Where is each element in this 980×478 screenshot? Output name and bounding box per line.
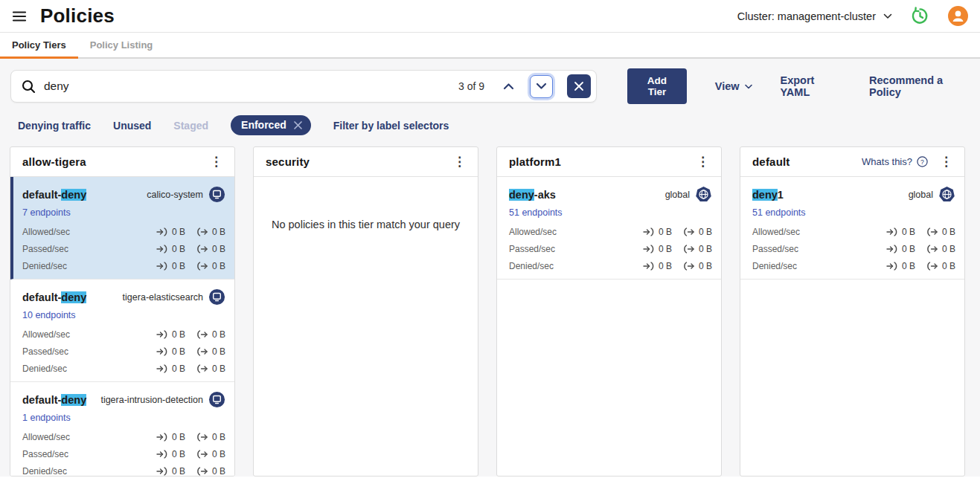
tab-label: Policy Tiers [12, 39, 66, 51]
ingress-stat: 0 B [156, 227, 185, 237]
egress-stat: 0 B [196, 466, 225, 477]
ingress-stat: 0 B [156, 364, 185, 374]
filter-by-label-selectors[interactable]: Filter by label selectors [333, 120, 449, 132]
stat-value: 0 B [172, 432, 185, 442]
tier-name: platform1 [509, 155, 561, 168]
egress-icon [683, 227, 695, 236]
toolbar: 3 of 9 Add Tier [0, 68, 980, 104]
policy-name: deny1 [752, 189, 784, 201]
tier-name: default [752, 155, 790, 168]
empty-tier-message: No policies in this tier match your quer… [254, 219, 478, 230]
tier-header: platform1 ⋮ [497, 147, 721, 177]
filter-bar: Denying traffic Unused Staged Enforced F… [0, 104, 980, 146]
search-match-highlight: deny [61, 291, 86, 303]
filter-unused[interactable]: Unused [113, 120, 151, 132]
ingress-stat: 0 B [156, 261, 185, 271]
ingress-stat: 0 B [886, 244, 915, 254]
tab-policy-tiers[interactable]: Policy Tiers [0, 33, 78, 57]
namespace-icon [208, 288, 225, 306]
egress-icon [926, 262, 938, 271]
ingress-icon [886, 245, 898, 253]
stat-value: 0 B [172, 364, 185, 374]
endpoints-link[interactable]: 10 endpoints [22, 310, 76, 320]
view-dropdown[interactable]: View [715, 80, 752, 92]
tier-board: allow-tigera ⋮ default-deny calico-syste… [0, 146, 980, 477]
endpoints-link[interactable]: 51 endpoints [509, 207, 563, 218]
kebab-menu-icon[interactable]: ⋮ [449, 155, 470, 168]
ingress-icon [156, 450, 168, 459]
search-input[interactable] [44, 80, 451, 93]
tier-default: default Whats this? ? ⋮ deny1 global [740, 146, 965, 477]
stat-row: Allowed/sec 0 B 0 B [22, 428, 225, 445]
stat-label: Passed/sec [22, 449, 68, 459]
stat-value: 0 B [212, 449, 225, 459]
ingress-icon [156, 364, 168, 373]
search-match-highlight: deny [752, 189, 778, 201]
search-match-highlight: deny [509, 189, 534, 201]
egress-icon [926, 245, 938, 253]
filter-denying-traffic[interactable]: Denying traffic [18, 120, 91, 132]
recommend-policy-button[interactable]: Recommend a Policy [869, 74, 968, 98]
filter-enforced-pill[interactable]: Enforced [231, 115, 311, 135]
ingress-icon [156, 330, 168, 339]
endpoints-link[interactable]: 7 endpoints [22, 207, 71, 218]
ingress-stat: 0 B [156, 346, 185, 357]
filter-staged[interactable]: Staged [173, 120, 208, 132]
history-icon[interactable] [910, 6, 930, 26]
stat-row: Denied/sec 0 B 0 B [22, 257, 225, 274]
ingress-icon [643, 245, 655, 253]
kebab-menu-icon[interactable]: ⋮ [205, 155, 227, 168]
stat-row: Allowed/sec 0 B 0 B [22, 326, 225, 343]
egress-icon [683, 245, 695, 253]
ingress-icon [886, 227, 898, 236]
stat-label: Denied/sec [752, 261, 797, 271]
namespace-icon [208, 391, 225, 408]
stat-row: Allowed/sec 0 B 0 B [752, 223, 955, 240]
ingress-stat: 0 B [156, 244, 185, 254]
global-icon [695, 186, 712, 203]
ingress-icon [156, 467, 168, 476]
search-prev-button[interactable] [498, 76, 519, 97]
chevron-up-icon [503, 83, 514, 90]
kebab-menu-icon[interactable]: ⋮ [935, 155, 957, 168]
stat-label: Denied/sec [22, 466, 67, 477]
ingress-stat: 0 B [643, 244, 672, 254]
stat-value: 0 B [212, 261, 225, 271]
stat-label: Passed/sec [509, 244, 555, 254]
ingress-icon [156, 433, 168, 442]
policy-card[interactable]: deny1 global 51 endpoints Allowed/sec 0 … [740, 177, 964, 280]
policy-card[interactable]: default-deny calico-system 7 endpoints A… [10, 177, 234, 280]
kebab-menu-icon[interactable]: ⋮ [692, 155, 714, 168]
stat-row: Allowed/sec 0 B 0 B [509, 223, 712, 240]
search-next-button[interactable] [530, 75, 553, 98]
endpoints-link[interactable]: 1 endpoints [22, 413, 71, 423]
egress-stat: 0 B [196, 449, 225, 459]
tab-policy-listing[interactable]: Policy Listing [78, 33, 165, 57]
egress-stat: 0 B [926, 261, 955, 271]
cluster-selector[interactable]: Cluster: management-cluster [737, 10, 892, 22]
remove-filter-icon[interactable] [293, 120, 303, 130]
stat-value: 0 B [942, 261, 955, 271]
policy-scope: tigera-intrusion-detection [100, 391, 225, 408]
policy-card[interactable]: default-deny tigera-intrusion-detection … [10, 382, 234, 477]
policy-card[interactable]: deny-aks global 51 endpoints Allowed/sec… [497, 177, 721, 280]
search-box: 3 of 9 [10, 70, 597, 103]
hamburger-menu-icon[interactable] [10, 7, 28, 25]
chevron-down-icon [536, 83, 547, 90]
add-tier-button[interactable]: Add Tier [627, 68, 687, 104]
egress-stat: 0 B [926, 244, 955, 254]
whats-this-link[interactable]: Whats this? ? [862, 156, 928, 167]
endpoints-link[interactable]: 51 endpoints [752, 207, 806, 218]
export-yaml-button[interactable]: Export YAML [781, 74, 842, 98]
policy-card[interactable]: default-deny tigera-elasticsearch 10 end… [10, 280, 234, 382]
stat-value: 0 B [172, 466, 185, 477]
stat-value: 0 B [212, 364, 225, 374]
tier-name: allow-tigera [22, 155, 86, 168]
user-avatar-icon[interactable] [948, 6, 968, 26]
stat-value: 0 B [172, 329, 185, 340]
search-close-button[interactable] [567, 74, 591, 98]
ingress-stat: 0 B [643, 261, 672, 271]
egress-icon [196, 330, 208, 339]
policy-scope: tigera-elasticsearch [123, 288, 225, 306]
scope-label: global [909, 190, 933, 200]
